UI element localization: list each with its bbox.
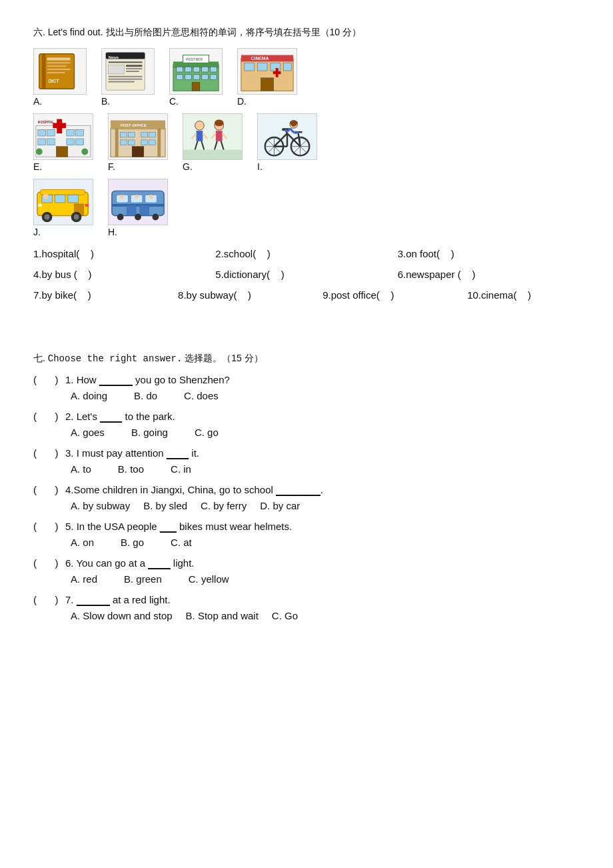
q6-text: 6. You can go at a ____ light. [65,557,195,569]
q4-line: ( ) 4.Some children in Jiangxi, China, g… [33,484,580,496]
svg-rect-83 [216,131,223,141]
svg-rect-1 [42,54,46,89]
svg-text:CINEMA: CINEMA [251,56,269,61]
svg-rect-6 [47,72,65,73]
svg-point-58 [36,149,43,155]
svg-point-130 [149,195,153,199]
q2-line: ( ) 2. Let's ____ to the park. [33,411,580,423]
image-item-i: I. [257,113,317,172]
q7-close-bracket: ) [47,594,65,605]
q3-opt-a: A. to [71,463,91,475]
svg-rect-65 [121,132,127,137]
match-7: 7.by bike( ) [33,289,178,301]
svg-rect-29 [177,75,183,80]
svg-rect-26 [193,67,200,72]
q4-opt-c: C. by ferry [201,500,247,511]
image-grid-row2: HOSPITAL [33,113,580,172]
match-6: 6.newspaper ( ) [398,269,580,280]
svg-rect-77 [197,131,203,141]
img-cinema: CINEMA [237,48,297,95]
match-5: 5.dictionary( ) [215,269,397,280]
match-2: 2.school( ) [215,248,397,259]
label-b: B. [101,96,110,107]
svg-point-136 [153,214,159,221]
svg-rect-2 [47,58,71,61]
match-10: 10.cinema( ) [467,289,580,301]
label-f: F. [108,161,115,172]
image-item-d: CINEMA D. [237,48,297,107]
img-hospital: HOSPITAL [33,113,93,160]
q6-opt-a: A. red [71,573,97,585]
q1-close-bracket: ) [47,374,65,385]
q1-line: ( ) 1. How ______ you go to Shenzhen? [33,374,580,386]
label-d: D. [237,96,247,107]
svg-rect-52 [76,129,84,136]
q4-opt-d: D. by car [260,500,300,511]
svg-rect-114 [68,195,79,203]
question-5: ( ) 5. In the USA people ___ bikes must … [33,521,580,548]
match-3: 3.on foot( ) [398,248,580,259]
svg-text:News: News [109,55,119,59]
img-newspaper: News [101,48,155,95]
q2-opt-c: C. go [195,427,219,438]
q2-opt-a: A. goes [71,427,105,438]
svg-text:POST BOX: POST BOX [186,58,203,61]
img-postoffice: POST OFFICE [108,113,168,160]
section6: 六. Let's find out. 找出与所给图片意思相符的单词，将序号填在括… [33,27,580,301]
q4-close-bracket: ) [47,484,65,495]
q3-text: 3. I must pay attention ____ it. [65,447,199,459]
svg-rect-39 [257,63,267,71]
img-school: POST BOX [169,48,223,95]
q7-line: ( ) 7. ______ at a red light. [33,594,580,606]
image-item-f: POST OFFICE F. [108,113,168,172]
q5-options: A. on B. go C. at [33,537,580,548]
q5-line: ( ) 5. In the USA people ___ bikes must … [33,521,580,533]
image-item-g: G. [183,113,243,172]
q6-close-bracket: ) [47,557,65,569]
question-2: ( ) 2. Let's ____ to the park. A. goes B… [33,411,580,438]
q4-opt-b: B. by sled [143,500,187,511]
label-h: H. [108,227,117,237]
svg-rect-73 [132,147,144,157]
section7-title: 七. Choose the right answer. 选择题。（15 分） [33,353,580,365]
q2-close-bracket: ) [47,411,65,422]
svg-rect-24 [177,67,183,72]
svg-text:HOSPITAL: HOSPITAL [38,121,54,124]
svg-rect-25 [185,67,191,72]
image-item-h: H. [108,179,168,237]
svg-rect-63 [115,128,119,157]
label-e: E. [33,161,42,172]
svg-point-134 [117,214,124,221]
q2-opt-b: B. going [131,427,168,438]
svg-rect-131 [112,204,164,207]
svg-rect-11 [109,61,143,63]
image-item-c: POST BOX C. [169,48,223,107]
q7-opt-c: C. Go [272,610,298,621]
q2-options: A. goes B. going C. go [33,427,580,438]
image-grid-row3: J. [33,179,580,237]
q3-line: ( ) 3. I must pay attention ____ it. [33,447,580,459]
svg-point-117 [45,215,50,220]
svg-rect-30 [185,75,191,80]
q5-opt-a: A. on [71,537,94,548]
q6-open-bracket: ( [33,557,44,569]
svg-rect-48 [53,123,66,128]
q4-opt-a: A. by subway [71,500,130,511]
svg-rect-71 [141,140,148,145]
q6-options: A. red B. green C. yellow [33,573,580,585]
matching-section: 1.hospital( ) 2.school( ) 3.on foot( ) 4… [33,248,580,301]
q6-opt-b: B. green [124,573,162,585]
q5-close-bracket: ) [47,521,65,532]
svg-rect-70 [128,140,135,145]
q5-opt-c: C. at [171,537,192,548]
svg-rect-132 [127,205,136,216]
q5-text: 5. In the USA people ___ bikes must wear… [65,521,292,533]
svg-point-120 [43,193,49,199]
svg-rect-69 [121,140,127,145]
svg-rect-34 [192,83,200,91]
match-4: 4.by bus ( ) [33,269,215,280]
image-item-a: DICT A. [33,48,87,107]
q3-open-bracket: ( [33,447,44,459]
svg-rect-53 [38,139,46,145]
svg-point-135 [135,214,141,221]
